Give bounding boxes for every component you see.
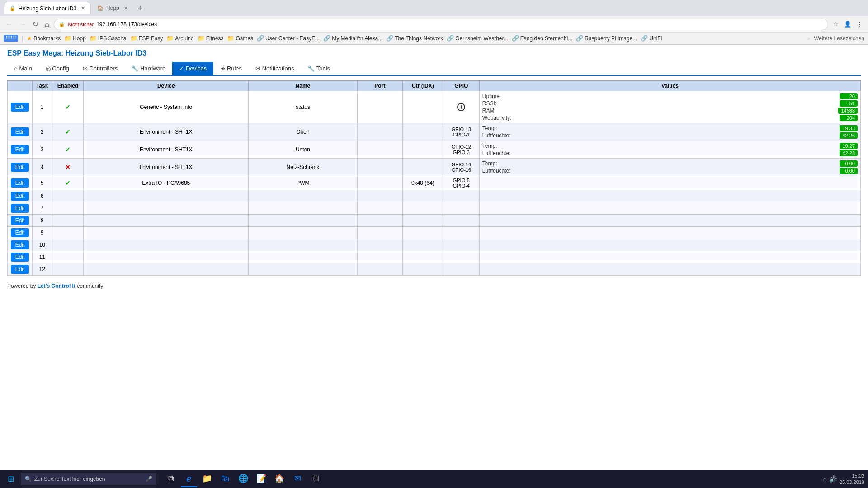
bookmark-icon[interactable]: ☆: [831, 19, 841, 29]
ctr-idx: [402, 215, 443, 227]
enabled-status: ✓: [52, 123, 84, 141]
tab-inactive[interactable]: 🏠 Hopp ✕: [92, 2, 133, 14]
tab-active[interactable]: 🔒 Heizung Sieb-Labor ID3 ✕: [4, 2, 91, 14]
back-button[interactable]: ←: [4, 19, 14, 29]
esp-easy-bookmark[interactable]: 📁 ESP Easy: [130, 35, 163, 42]
page-content: ESP Easy Mega: Heizung Sieb-Labor ID3 ⌂ …: [0, 45, 868, 294]
fang-bookmark[interactable]: 🔗 Fang den Sternenhi...: [512, 35, 572, 42]
gpio-info: [443, 215, 479, 227]
ctr-idx: [402, 239, 443, 251]
value-row: Luftfeuchte:0.00: [482, 167, 858, 174]
ctr-idx: [402, 159, 443, 176]
ttn-bookmark[interactable]: 🔗 The Things Network: [386, 35, 443, 42]
more-bookmarks[interactable]: Weitere Lesezeichen: [814, 35, 864, 42]
footer: Powered by Let's Control It community: [7, 283, 861, 289]
folder-icon-games: 📁: [227, 35, 234, 42]
link-icon-uc: 🔗: [257, 35, 264, 42]
device-type: Environment - SHT1X: [84, 159, 249, 176]
new-tab-button[interactable]: +: [134, 4, 146, 13]
edit-button-7[interactable]: Edit: [11, 204, 29, 213]
tab-bar: 🔒 Heizung Sieb-Labor ID3 ✕ 🏠 Hopp ✕ +: [0, 0, 868, 16]
device-type: [84, 215, 249, 227]
tab-config[interactable]: ◎ Config: [39, 62, 76, 75]
device-name: PWM: [249, 176, 358, 190]
unifi-bookmark[interactable]: 🔗 UniFi: [641, 35, 662, 42]
edit-button-2[interactable]: Edit: [11, 127, 29, 136]
edit-button-11[interactable]: Edit: [11, 253, 29, 262]
apps-bookmark[interactable]: ⠿⠿⠿: [4, 35, 18, 42]
rpi-bookmark[interactable]: 🔗 Raspberry Pi Image...: [576, 35, 637, 42]
gpio-info: [443, 202, 479, 215]
device-type: Generic - System Info: [84, 91, 249, 123]
address-bar[interactable]: 🔒 Nicht sicher 192.168.178.173/devices: [54, 19, 828, 30]
table-row: Edit4✕Environment - SHT1XNetz-SchrankGPI…: [8, 159, 861, 176]
value-row: Temp:19.33: [482, 125, 858, 132]
tab-close-2[interactable]: ✕: [124, 5, 128, 11]
folder-icon-arduino: 📁: [166, 35, 174, 42]
alexa-bookmark[interactable]: 🔗 My Media for Alexa...: [323, 35, 382, 42]
task-number: 7: [33, 202, 52, 215]
forward-button[interactable]: →: [17, 19, 28, 29]
check-icon: ✓: [65, 146, 71, 153]
value-label: Temp:: [482, 143, 497, 149]
tab-devices[interactable]: ✓ Devices: [172, 62, 213, 75]
edit-button-3[interactable]: Edit: [11, 145, 29, 154]
ctr-idx: [402, 123, 443, 141]
edit-button-9[interactable]: Edit: [11, 228, 29, 237]
device-type: [84, 263, 249, 276]
tab-rules[interactable]: ↠ Rules: [213, 62, 249, 75]
value-badge: 204: [840, 115, 858, 121]
col-header-enabled: Enabled: [52, 81, 84, 91]
tab-tools[interactable]: 🔧 Tools: [301, 62, 337, 75]
enabled-status: [52, 251, 84, 263]
reload-button[interactable]: ↻: [31, 19, 40, 29]
tab-close-1[interactable]: ✕: [81, 5, 85, 11]
check-icon: ✓: [65, 128, 71, 136]
task-number: 6: [33, 190, 52, 202]
value-badge: 0.00: [840, 160, 858, 167]
edit-button-10[interactable]: Edit: [11, 240, 29, 249]
tab-main[interactable]: ⌂ Main: [7, 62, 39, 75]
value-badge: 42.26: [840, 132, 858, 139]
value-label: Luftfeuchte:: [482, 132, 511, 139]
nav-tabs: ⌂ Main ◎ Config ✉ Controllers 🔧 Hardware…: [7, 62, 861, 76]
device-port: [357, 215, 402, 227]
col-header-gpio: GPIO: [443, 81, 479, 91]
fitness-bookmark[interactable]: 📁 Fitness: [198, 35, 224, 42]
tab-notifications[interactable]: ✉ Notifications: [249, 62, 301, 75]
ips-bookmark[interactable]: 📁 IPS Sascha: [90, 35, 127, 42]
edit-button-5[interactable]: Edit: [11, 178, 29, 188]
tab-controllers[interactable]: ✉ Controllers: [76, 62, 124, 75]
edit-button-1[interactable]: Edit: [11, 103, 29, 112]
user-center-bookmark[interactable]: 🔗 User Center - EasyE...: [257, 35, 320, 42]
games-bookmark[interactable]: 📁 Games: [227, 35, 253, 42]
page-title: ESP Easy Mega: Heizung Sieb-Labor ID3: [7, 49, 861, 57]
edit-button-12[interactable]: Edit: [11, 265, 29, 274]
tab-hardware[interactable]: 🔧 Hardware: [124, 62, 172, 75]
task-number: 2: [33, 123, 52, 141]
value-row: RSSI:-51: [482, 100, 858, 107]
link-icon-gernsheim: 🔗: [447, 35, 454, 42]
task-number: 12: [33, 263, 52, 276]
table-row: Edit6: [8, 190, 861, 202]
gpio-info: GPIO-5 GPIO-4: [443, 176, 479, 190]
device-name: [249, 190, 358, 202]
home-button[interactable]: ⌂: [43, 19, 51, 29]
hopp-bookmark[interactable]: 📁 Hopp: [64, 35, 86, 42]
values-cell: [479, 227, 860, 239]
settings-icon[interactable]: ⋮: [854, 19, 864, 29]
value-badge: 42.28: [840, 150, 858, 156]
device-type: [84, 251, 249, 263]
device-type: Environment - SHT1X: [84, 123, 249, 141]
folder-icon: ★: [27, 35, 32, 42]
profile-icon[interactable]: 👤: [843, 19, 853, 29]
col-header-name: Name: [249, 81, 358, 91]
edit-button-4[interactable]: Edit: [11, 163, 29, 172]
footer-text-after: community: [75, 283, 103, 289]
gernsheim-bookmark[interactable]: 🔗 Gernsheim Weather...: [447, 35, 508, 42]
edit-button-8[interactable]: Edit: [11, 216, 29, 225]
arduino-bookmark[interactable]: 📁 Arduino: [166, 35, 193, 42]
edit-button-6[interactable]: Edit: [11, 192, 29, 201]
bookmarks-folder[interactable]: ★ Bookmarks: [27, 35, 61, 42]
footer-link[interactable]: Let's Control It: [38, 283, 75, 289]
